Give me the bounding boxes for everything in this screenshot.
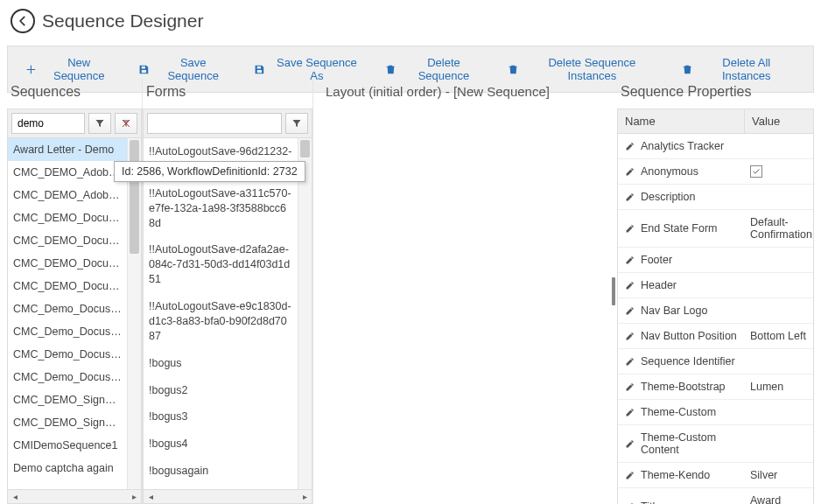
sequence-item[interactable]: Demo captcha again [8,457,127,480]
trash-icon [682,64,693,75]
property-row[interactable]: Header [618,273,813,298]
scroll-right-icon[interactable]: ▸ [298,490,312,503]
form-item[interactable]: !!AutoLogoutSave-a311c570-e7fe-132a-1a98… [144,180,298,237]
form-item[interactable]: !bogus2 [144,377,298,404]
edit-icon [625,331,635,341]
property-row[interactable]: Analytics Tracker [618,134,813,159]
property-name: Theme-Bootstrap [618,374,745,399]
sequences-clear-filter-button[interactable] [115,113,137,134]
scroll-right-icon[interactable]: ▸ [127,490,141,503]
sequence-item[interactable]: CMC_Demo_Docusign_... [8,343,127,366]
property-name: Theme-Custom [618,400,745,424]
property-value[interactable] [745,248,813,272]
sequence-item[interactable]: CMC_DEMO_DocuSign... [8,229,127,252]
sequences-filter-button[interactable] [88,113,111,134]
forms-scrollbar[interactable] [298,138,312,489]
edit-icon [625,356,635,367]
property-value[interactable] [745,185,813,209]
properties-heading: Sequence Properties [617,79,814,108]
property-row[interactable]: TitleAward Letter [618,488,813,504]
sequences-filter-input[interactable] [11,113,85,134]
property-row[interactable]: Anonymous [618,159,813,185]
property-row[interactable]: Theme-BootstrapLumen [618,374,813,400]
trash-icon [508,64,519,75]
property-value[interactable] [745,159,813,184]
sequence-item[interactable]: CMC_Demo_Docusign... [8,366,127,388]
property-value[interactable]: Default-Confirmation [745,210,813,247]
form-item[interactable]: !!AutoLogoutSave-e9c1830d-d1c3-8a83-bfa0… [144,293,298,350]
properties-grid: Analytics TrackerAnonymousDescriptionEnd… [617,134,814,504]
edit-icon [625,255,635,265]
sequence-item[interactable]: CMC_DEMO_SignNow_... [8,411,127,434]
property-value[interactable]: Lumen [745,374,813,399]
property-row[interactable]: Nav Bar Logo [618,298,813,324]
property-value[interactable]: Silver [745,463,813,487]
sequence-item[interactable]: CMC_Demo_Docusign_... [8,320,127,343]
layout-heading: Layout (initial order) - [New Sequence] [322,79,601,108]
splitter-handle[interactable] [610,79,617,504]
edit-icon [625,280,635,290]
edit-icon [625,141,635,151]
sequence-item[interactable]: CMC_DEMO_AdobeS... [8,161,127,184]
property-value[interactable] [745,400,813,424]
sequence-item[interactable]: Award Letter - Demo [8,138,127,161]
sequences-list[interactable]: Award Letter - DemoCMC_DEMO_AdobeS...CMC… [8,138,127,489]
property-row[interactable]: Nav Button PositionBottom Left [618,324,813,349]
property-name: Nav Bar Logo [618,298,745,323]
property-row[interactable]: Sequence Identifier [618,349,813,374]
scroll-left-icon[interactable]: ◂ [8,490,22,503]
form-item[interactable]: !Test_Import_Include [144,485,298,489]
form-item[interactable]: !!AutoLogoutSave-d2afa2ae-084c-7d31-50d3… [144,236,298,293]
sequence-item[interactable]: CMC_DEMO_SignNow [8,388,127,411]
property-name: Footer [618,248,745,272]
sequence-item[interactable]: CMC_DEMO_DocuSign... [8,252,127,275]
trash-icon [385,64,396,75]
form-item[interactable]: !bogusagain [144,458,298,485]
property-name: Anonymous [618,159,745,184]
property-row[interactable]: Theme-Custom [618,400,813,425]
save-icon [138,64,150,75]
form-item[interactable]: !bogus [144,350,298,377]
sequence-item[interactable]: CMC_DEMO_DocuSign [8,206,127,229]
properties-header-row: Name Value [617,108,814,134]
filter-icon [291,118,302,129]
property-row[interactable]: End State FormDefault-Confirmation [618,210,813,248]
checkbox[interactable] [750,165,762,178]
forms-hscroll[interactable]: ◂ ▸ [143,490,312,504]
sequence-item[interactable]: CMC_DEMO_Docusign... [8,275,127,298]
property-row[interactable]: Description [618,185,813,210]
back-button[interactable] [11,9,35,33]
property-value[interactable] [745,298,813,323]
forms-filter-button[interactable] [285,113,308,134]
property-value[interactable]: Bottom Left [745,324,813,348]
property-row[interactable]: Theme-Custom Content [618,425,813,463]
edit-icon [625,166,635,177]
sequences-hscroll[interactable]: ◂ ▸ [7,490,142,504]
sequences-scrollbar[interactable] [127,138,141,489]
sequence-item[interactable]: CMIDemoSequence1 [8,434,127,457]
property-name: Description [618,185,745,209]
form-item[interactable]: !bogus3 [144,403,298,430]
scroll-left-icon[interactable]: ◂ [144,490,158,503]
forms-heading: Forms [143,79,312,108]
property-value[interactable]: Award Letter [745,488,813,504]
edit-icon [625,438,635,449]
property-name: Nav Button Position [618,324,745,348]
page-title: Sequence Designer [42,10,203,32]
property-value[interactable] [745,273,813,298]
property-value[interactable] [745,134,813,158]
tooltip: Id: 2586, WorkflowDefinitionId: 2732 [114,161,305,182]
property-value[interactable] [745,425,813,462]
edit-icon [625,382,635,392]
arrow-left-icon [17,15,29,27]
forms-filter-input[interactable] [147,113,282,134]
form-item[interactable]: !bogus4 [144,430,298,458]
property-row[interactable]: Theme-KendoSilver [618,463,813,488]
edit-icon [625,407,635,417]
sequence-item[interactable]: CMC_Demo_Docusign_... [8,298,127,320]
property-row[interactable]: Footer [618,248,813,273]
plus-icon [25,64,37,75]
property-value[interactable] [745,349,813,374]
forms-list[interactable]: !!AutoLogoutSave-96d21232-629d-f1c0-882a… [144,138,298,489]
sequence-item[interactable]: CMC_DEMO_AdobeSig... [8,184,127,206]
